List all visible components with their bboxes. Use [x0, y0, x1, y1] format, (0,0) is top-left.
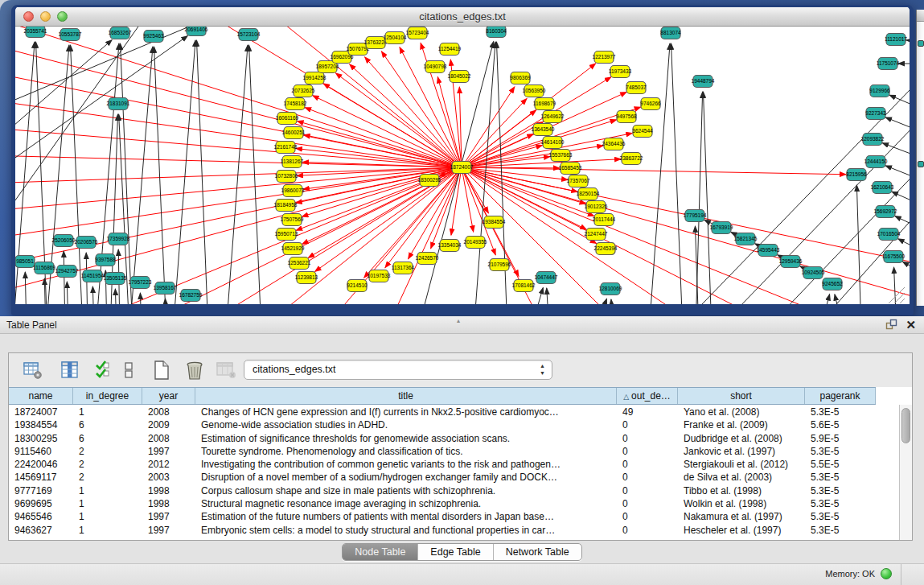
network-node[interactable]: 19012326	[585, 201, 608, 213]
network-node[interactable]: 14614100	[541, 137, 565, 149]
network-node[interactable]: 25206050	[52, 235, 76, 247]
network-node[interactable]: 7485037	[626, 82, 647, 94]
network-node[interactable]: 12444150	[864, 156, 888, 168]
network-node[interactable]: 23863722	[620, 153, 643, 165]
network-node[interactable]: 15723404	[406, 27, 429, 39]
network-node[interactable]: 15950713	[275, 229, 298, 241]
splitter-handle[interactable]: ▴	[457, 317, 461, 324]
network-node[interactable]: 18184958	[274, 200, 298, 212]
network-node[interactable]: 10490798	[424, 61, 447, 73]
network-node[interactable]: 16210643	[871, 182, 894, 194]
table-source-select[interactable]: citations_edges.txt ▲▼	[244, 360, 552, 380]
network-node[interactable]: 11675500	[882, 251, 906, 263]
network-node[interactable]: 13958167	[154, 282, 177, 295]
network-node[interactable]: 10732806	[275, 171, 298, 183]
network-node[interactable]: 12649622	[541, 111, 565, 123]
float-window-icon[interactable]	[885, 319, 897, 331]
network-node[interactable]: 24364436	[602, 138, 626, 150]
network-node[interactable]: 22245394	[594, 243, 618, 255]
network-node[interactable]: 16061169	[276, 113, 299, 125]
network-node[interactable]: 8160304	[486, 27, 507, 38]
delete-table-icon[interactable]	[216, 360, 237, 380]
network-node[interactable]: 11121017	[885, 34, 907, 46]
table-vertical-scrollbar[interactable]	[899, 405, 912, 540]
network-node[interactable]: 15723104	[237, 29, 261, 41]
column-header-year[interactable]: year	[142, 388, 195, 404]
network-node[interactable]: 19860073	[281, 185, 305, 197]
network-node[interactable]: 17957223	[129, 277, 152, 289]
network-node[interactable]: 9214510	[347, 280, 368, 292]
network-node[interactable]: 12942757	[55, 266, 79, 278]
network-node[interactable]: 10553787	[59, 29, 82, 41]
memory-status-indicator[interactable]	[881, 568, 892, 579]
network-node[interactable]: 985051	[15, 256, 35, 268]
network-node[interactable]: 12536221	[288, 257, 311, 270]
network-node[interactable]: 11156869	[33, 262, 55, 274]
network-node[interactable]: 21079596	[488, 259, 511, 271]
network-node[interactable]: 18724007	[450, 162, 474, 174]
network-node[interactable]: 17795194	[684, 210, 707, 222]
network-node[interactable]: 8215956	[846, 169, 867, 181]
table-settings-icon[interactable]	[23, 360, 44, 380]
network-node[interactable]: 11451954	[81, 270, 105, 282]
network-node[interactable]: 11751074	[877, 58, 900, 70]
table-row[interactable]: 969969511998Structural magnetic resonanc…	[9, 497, 899, 510]
network-node[interactable]: 13505135	[104, 273, 127, 285]
table-row[interactable]: 946362711997Embryonic stem cells: a mode…	[9, 524, 899, 537]
tab-node-table[interactable]: Node Table	[343, 544, 417, 560]
network-node[interactable]: 18250154	[577, 188, 600, 200]
network-node[interactable]: 20691406	[185, 27, 208, 36]
network-node[interactable]: 17507569	[281, 214, 304, 226]
network-node[interactable]: 19448794	[692, 76, 715, 88]
network-canvas[interactable]: 1872400717458182160611691460025112161748…	[15, 27, 910, 304]
show-columns-icon[interactable]	[60, 360, 80, 380]
column-header-in_degree[interactable]: in_degree	[73, 388, 142, 404]
window-titlebar[interactable]: citations_edges.txt	[15, 7, 910, 27]
network-node[interactable]: 12426570	[416, 253, 439, 265]
network-node[interactable]: 16585453	[559, 163, 582, 175]
network-node[interactable]: 20732625	[292, 85, 315, 97]
close-panel-icon[interactable]: ✕	[906, 319, 916, 331]
tab-network-table[interactable]: Network Table	[493, 544, 581, 560]
table-row[interactable]: 1872400712008Changes of HCN gene express…	[9, 406, 899, 418]
network-node[interactable]: 15692972	[874, 206, 897, 218]
network-node[interactable]: 9245652	[822, 278, 843, 290]
network-node[interactable]: 11317364	[392, 262, 415, 274]
network-node[interactable]: 14600251	[282, 127, 306, 139]
column-header-name[interactable]: name	[9, 388, 73, 404]
network-node[interactable]: 16793919	[710, 222, 733, 234]
network-node[interactable]: 10563950	[523, 85, 546, 97]
network-node[interactable]: 19384554	[483, 216, 506, 229]
network-node[interactable]: 12213977	[593, 51, 616, 64]
table-row[interactable]: 977716911998Corpus callosum shape and si…	[9, 484, 899, 497]
network-node[interactable]: 17016504	[877, 229, 901, 241]
network-node[interactable]: 15537663	[549, 150, 573, 162]
network-node[interactable]: 12161748	[274, 142, 298, 154]
network-node[interactable]: 12959436	[779, 256, 803, 268]
network-node[interactable]: 17359928	[107, 233, 130, 245]
network-node[interactable]: 10474447	[535, 272, 558, 284]
table-row[interactable]: 911546021997Tourette syndrome. Phenomeno…	[9, 445, 899, 458]
trash-icon[interactable]	[184, 360, 205, 381]
table-row[interactable]: 1830029562008Estimation of significance …	[9, 432, 899, 445]
column-header-title[interactable]: title	[195, 388, 617, 404]
resize-grip-icon[interactable]	[889, 287, 905, 303]
column-header-out_de[interactable]: △out_de…	[617, 388, 678, 404]
table-row[interactable]: 946554611997Estimation of the future num…	[9, 510, 899, 523]
network-node[interactable]: 14521929	[281, 243, 305, 255]
network-node[interactable]: 20149355	[464, 237, 487, 249]
network-node[interactable]: 9806369	[510, 72, 531, 84]
network-node[interactable]: 17357067	[567, 175, 590, 187]
network-node[interactable]: 9497568	[616, 111, 637, 123]
network-node[interactable]: 3624544	[632, 126, 653, 138]
select-columns-icon[interactable]	[94, 360, 112, 380]
network-node[interactable]: 13643540	[532, 124, 555, 136]
create-table-icon[interactable]	[152, 360, 171, 381]
network-node[interactable]: 12810069	[599, 283, 622, 295]
network-node[interactable]: 20117444	[593, 214, 616, 226]
network-node[interactable]: 17081462	[512, 280, 536, 292]
network-node[interactable]: 10924505	[802, 267, 825, 279]
network-node[interactable]: 11698679	[533, 98, 556, 110]
background-network-window[interactable]	[916, 10, 924, 306]
table-row[interactable]: 2242004622012Investigating the contribut…	[9, 458, 899, 471]
